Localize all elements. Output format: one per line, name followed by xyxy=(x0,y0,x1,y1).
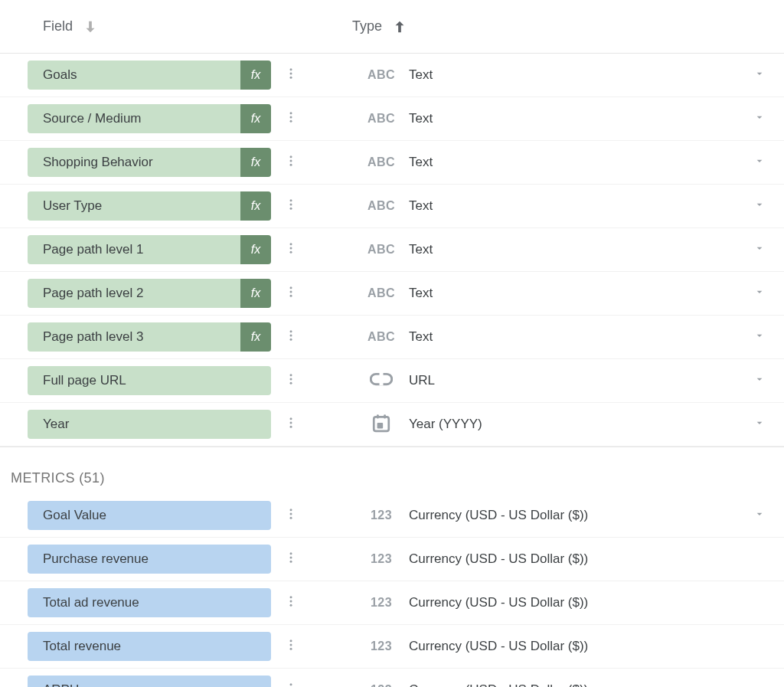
fx-badge[interactable]: fx xyxy=(240,322,271,352)
column-header-row: Field Type xyxy=(0,0,784,54)
svg-point-41 xyxy=(290,604,292,607)
dimension-row: Goals fx ABC Text xyxy=(0,54,784,97)
more-options-icon[interactable] xyxy=(284,241,298,258)
more-options-button[interactable] xyxy=(277,544,305,574)
text-type-icon: ABC xyxy=(368,155,395,169)
more-options-button[interactable] xyxy=(277,322,305,352)
dropdown-caret-icon[interactable] xyxy=(753,417,766,432)
type-dropdown[interactable] xyxy=(747,329,784,345)
svg-point-27 xyxy=(290,422,292,424)
fx-badge[interactable]: fx xyxy=(240,61,271,90)
dimension-field-chip[interactable]: Source / Medium fx xyxy=(28,104,271,133)
more-options-button[interactable] xyxy=(277,365,305,396)
svg-point-23 xyxy=(290,382,292,384)
more-options-icon[interactable] xyxy=(284,110,298,127)
metric-field-chip[interactable]: Goal Value xyxy=(28,501,271,530)
dropdown-caret-icon[interactable] xyxy=(753,373,766,388)
metric-row: Goal Value 123 Currency (USD - US Dollar… xyxy=(0,494,784,538)
more-options-icon[interactable] xyxy=(284,372,298,389)
more-options-icon[interactable] xyxy=(284,329,298,345)
more-options-icon[interactable] xyxy=(284,416,298,433)
dimension-field-chip[interactable]: Goals fx xyxy=(28,61,271,90)
type-label: URL xyxy=(409,373,747,388)
type-label: Text xyxy=(409,198,747,214)
type-dropdown[interactable] xyxy=(747,286,784,301)
type-column-header[interactable]: Type xyxy=(352,18,382,34)
metric-field-chip[interactable]: ARPU xyxy=(28,676,271,687)
text-type-icon: ABC xyxy=(368,199,395,213)
more-options-icon[interactable] xyxy=(284,682,298,687)
dropdown-caret-icon[interactable] xyxy=(753,155,766,170)
type-dropdown[interactable] xyxy=(747,155,784,170)
dropdown-caret-icon[interactable] xyxy=(753,111,766,126)
dropdown-caret-icon[interactable] xyxy=(753,286,766,301)
svg-point-19 xyxy=(290,335,292,337)
metric-field-chip[interactable]: Purchase revenue xyxy=(28,545,271,574)
dimension-row: Shopping Behavior fx ABC Text xyxy=(0,141,784,185)
dimension-field-chip[interactable]: Page path level 3 fx xyxy=(28,322,271,352)
type-dropdown[interactable] xyxy=(747,111,784,126)
type-label: Year (YYYY) xyxy=(409,417,747,432)
dropdown-caret-icon[interactable] xyxy=(753,508,766,523)
more-options-icon[interactable] xyxy=(284,67,298,83)
type-dropdown[interactable] xyxy=(747,198,784,214)
type-dropdown[interactable] xyxy=(747,508,784,523)
svg-point-4 xyxy=(290,116,292,119)
more-options-icon[interactable] xyxy=(284,154,298,171)
more-options-button[interactable] xyxy=(277,60,305,90)
more-options-button[interactable] xyxy=(277,191,305,221)
dropdown-caret-icon[interactable] xyxy=(753,67,766,83)
dropdown-caret-icon[interactable] xyxy=(753,329,766,345)
type-label: Currency (USD - US Dollar ($)) xyxy=(409,639,747,654)
dimension-field-chip[interactable]: Page path level 1 fx xyxy=(28,235,271,264)
type-dropdown[interactable] xyxy=(747,417,784,432)
metric-field-chip[interactable]: Total revenue xyxy=(28,632,271,661)
svg-point-28 xyxy=(290,426,292,428)
more-options-button[interactable] xyxy=(277,409,305,440)
more-options-icon[interactable] xyxy=(284,594,298,611)
dimension-field-chip[interactable]: Full page URL xyxy=(28,366,271,395)
more-options-button[interactable] xyxy=(277,675,305,687)
metric-field-chip[interactable]: Total ad revenue xyxy=(28,588,271,617)
more-options-icon[interactable] xyxy=(284,507,298,524)
svg-point-10 xyxy=(290,204,292,206)
more-options-button[interactable] xyxy=(277,500,305,531)
field-column-header[interactable]: Field xyxy=(43,18,73,34)
fx-badge[interactable]: fx xyxy=(240,191,271,221)
dimension-field-chip[interactable]: Page path level 2 fx xyxy=(28,279,271,308)
svg-point-33 xyxy=(290,509,292,511)
dimension-row: Year Year (YYYY) xyxy=(0,403,784,447)
sort-descending-icon[interactable] xyxy=(82,18,99,35)
type-label: Text xyxy=(409,67,747,83)
svg-rect-30 xyxy=(377,414,379,418)
more-options-button[interactable] xyxy=(277,103,305,134)
more-options-button[interactable] xyxy=(277,631,305,662)
field-name-label: Total ad revenue xyxy=(28,595,271,610)
sort-ascending-icon[interactable] xyxy=(391,18,408,35)
dropdown-caret-icon[interactable] xyxy=(753,242,766,257)
type-dropdown[interactable] xyxy=(747,242,784,257)
svg-point-45 xyxy=(290,683,292,685)
fx-badge[interactable]: fx xyxy=(240,148,271,177)
fx-badge[interactable]: fx xyxy=(240,235,271,264)
more-options-icon[interactable] xyxy=(284,638,298,655)
type-label: Currency (USD - US Dollar ($)) xyxy=(409,551,747,567)
more-options-icon[interactable] xyxy=(284,551,298,568)
more-options-icon[interactable] xyxy=(284,285,298,302)
fx-badge[interactable]: fx xyxy=(240,104,271,133)
dimension-field-chip[interactable]: Shopping Behavior fx xyxy=(28,148,271,177)
more-options-button[interactable] xyxy=(277,147,305,178)
more-options-button[interactable] xyxy=(277,278,305,309)
dimension-field-chip[interactable]: Year xyxy=(28,410,271,439)
svg-point-2 xyxy=(290,77,292,79)
type-dropdown[interactable] xyxy=(747,67,784,83)
more-options-button[interactable] xyxy=(277,234,305,265)
more-options-icon[interactable] xyxy=(284,198,298,214)
dimension-field-chip[interactable]: User Type fx xyxy=(28,191,271,221)
fx-badge[interactable]: fx xyxy=(240,279,271,308)
dropdown-caret-icon[interactable] xyxy=(753,198,766,214)
svg-point-13 xyxy=(290,247,292,250)
svg-point-5 xyxy=(290,120,292,123)
more-options-button[interactable] xyxy=(277,587,305,618)
type-dropdown[interactable] xyxy=(747,373,784,388)
